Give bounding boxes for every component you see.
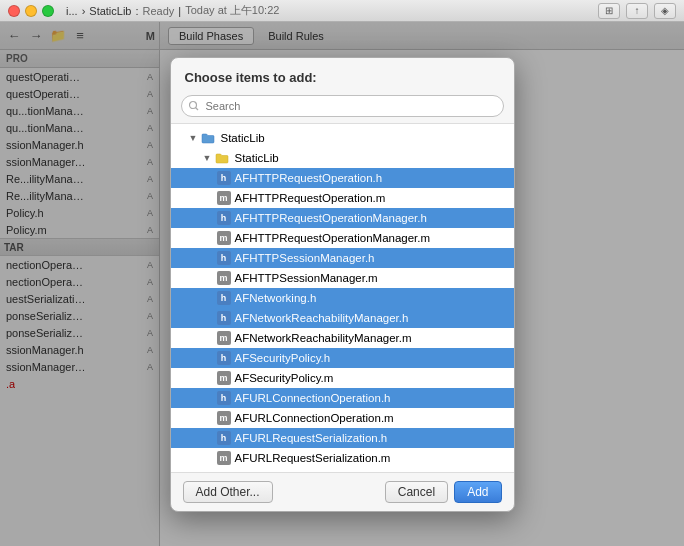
title-separator-3: |: [178, 5, 181, 17]
tree-label: AFSecurityPolicy.m: [235, 372, 334, 384]
tree-label: AFHTTPSessionManager.m: [235, 272, 378, 284]
tree-item-file[interactable]: h AFURLRequestSerialization.h: [171, 428, 514, 448]
tree-item-file[interactable]: h AFHTTPRequestOperationManager.h: [171, 208, 514, 228]
share-icon[interactable]: ↑: [626, 3, 648, 19]
tree-item-file[interactable]: m AFHTTPRequestOperation.m: [171, 188, 514, 208]
folder-icon: [215, 152, 231, 164]
h-file-icon: h: [217, 351, 231, 365]
timestamp-label: Today at 上午10:22: [185, 3, 279, 18]
tree-label: AFHTTPSessionManager.h: [235, 252, 375, 264]
tree-label: AFNetworking.h: [235, 292, 317, 304]
tree-item-file[interactable]: m AFHTTPSessionManager.m: [171, 268, 514, 288]
add-button[interactable]: Add: [454, 481, 501, 503]
tree-item-subfolder[interactable]: ▼ StaticLib: [171, 148, 514, 168]
m-file-icon: m: [217, 411, 231, 425]
modal-search-area: [171, 91, 514, 123]
h-file-icon: h: [217, 251, 231, 265]
tree-item-file[interactable]: h AFHTTPRequestOperation.h: [171, 168, 514, 188]
tree-label: AFURLConnectionOperation.h: [235, 392, 391, 404]
tree-item-file[interactable]: h AFSecurityPolicy.h: [171, 348, 514, 368]
m-file-icon: m: [217, 331, 231, 345]
tree-item-file[interactable]: h AFURLConnectionOperation.h: [171, 388, 514, 408]
h-file-icon: h: [217, 431, 231, 445]
modal-footer: Add Other... Cancel Add: [171, 473, 514, 511]
tree-item-file[interactable]: h AFHTTPSessionManager.h: [171, 248, 514, 268]
status-label: Ready: [143, 5, 175, 17]
project-name-label: StaticLib: [89, 5, 131, 17]
cancel-button[interactable]: Cancel: [385, 481, 448, 503]
tree-label: AFURLConnectionOperation.m: [235, 412, 394, 424]
tree-label: StaticLib: [221, 132, 265, 144]
tree-label: AFNetworkReachabilityManager.m: [235, 332, 412, 344]
layout-icon[interactable]: ⊞: [598, 3, 620, 19]
title-bar: i... › StaticLib : Ready | Today at 上午10…: [0, 0, 684, 22]
tree-label: AFNetworkReachabilityManager.h: [235, 312, 409, 324]
search-input[interactable]: [181, 95, 504, 117]
modal-overlay: Choose items to add: ▼ StaticLib: [0, 22, 684, 546]
toolbar-right: ⊞ ↑ ◈: [598, 3, 676, 19]
tree-label: AFSecurityPolicy.h: [235, 352, 331, 364]
title-separator-1: ›: [82, 5, 86, 17]
tree-label: AFHTTPRequestOperation.m: [235, 192, 386, 204]
tree-item-root[interactable]: ▼ StaticLib: [171, 128, 514, 148]
maximize-button[interactable]: [42, 5, 54, 17]
tree-item-file[interactable]: m AFURLRequestSerialization.m: [171, 448, 514, 468]
folder-icon: [201, 132, 217, 144]
traffic-lights[interactable]: [8, 5, 54, 17]
tree-item-file[interactable]: h AFNetworking.h: [171, 288, 514, 308]
tree-label: AFURLRequestSerialization.m: [235, 452, 391, 464]
add-other-button[interactable]: Add Other...: [183, 481, 273, 503]
h-file-icon: h: [217, 291, 231, 305]
tree-label: AFURLRequestSerialization.h: [235, 432, 388, 444]
minimize-button[interactable]: [25, 5, 37, 17]
app-name-label: i...: [66, 5, 78, 17]
m-file-icon: m: [217, 271, 231, 285]
h-file-icon: h: [217, 211, 231, 225]
h-file-icon: h: [217, 171, 231, 185]
title-separator-2: :: [136, 5, 139, 17]
tree-item-file[interactable]: m AFSecurityPolicy.m: [171, 368, 514, 388]
tree-label: StaticLib: [235, 152, 279, 164]
tree-label: AFHTTPRequestOperationManager.h: [235, 212, 427, 224]
tree-label: AFHTTPRequestOperation.h: [235, 172, 383, 184]
m-file-icon: m: [217, 231, 231, 245]
modal-title: Choose items to add:: [171, 58, 514, 91]
tree-label: AFHTTPRequestOperationManager.m: [235, 232, 431, 244]
tree-item-file[interactable]: m AFNetworkReachabilityManager.m: [171, 328, 514, 348]
window-title: i... › StaticLib : Ready | Today at 上午10…: [66, 3, 279, 18]
h-file-icon: h: [217, 311, 231, 325]
modal-tree: ▼ StaticLib ▼: [171, 123, 514, 473]
tree-item-file[interactable]: m AFURLConnectionOperation.m: [171, 408, 514, 428]
tree-item-file[interactable]: h AFNetworkReachabilityManager.h: [171, 308, 514, 328]
main-layout: ← → 📁 ≡ M PRO questOperation.h A questOp…: [0, 22, 684, 546]
pin-icon[interactable]: ◈: [654, 3, 676, 19]
tree-item-file[interactable]: m AFHTTPRequestOperationManager.m: [171, 228, 514, 248]
m-file-icon: m: [217, 451, 231, 465]
tree-root: ▼ StaticLib ▼: [171, 124, 514, 472]
modal-dialog: Choose items to add: ▼ StaticLib: [170, 57, 515, 512]
h-file-icon: h: [217, 391, 231, 405]
chevron-down-icon: ▼: [203, 153, 215, 163]
chevron-down-icon: ▼: [189, 133, 201, 143]
m-file-icon: m: [217, 371, 231, 385]
m-file-icon: m: [217, 191, 231, 205]
close-button[interactable]: [8, 5, 20, 17]
